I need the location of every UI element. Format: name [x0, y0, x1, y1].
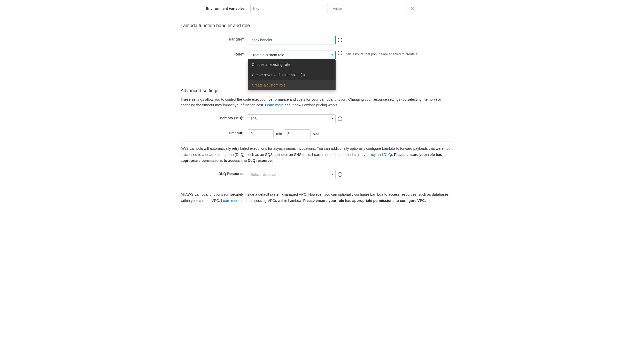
env-vars-close-button[interactable]: ✕ [409, 6, 415, 11]
role-info-icon: i [338, 51, 342, 55]
role-info-text: tab. Ensure that popups are enabled to c… [346, 51, 417, 56]
env-vars-label: Environment variables [181, 6, 248, 11]
dlq-description: AWS Lambda will automatically retry fail… [181, 146, 454, 167]
dropdown-item-custom-role[interactable]: Create a custom role [248, 80, 336, 90]
advanced-learn-more-link[interactable]: Learn more [265, 103, 284, 107]
role-select[interactable]: Create a custom role [248, 51, 336, 59]
timeout-min-input[interactable] [248, 129, 274, 138]
handler-input[interactable] [248, 36, 336, 44]
memory-info-icon: i [338, 116, 342, 121]
memory-selected-value: 128 [251, 117, 257, 121]
handler-info-icon: i [338, 38, 342, 42]
role-dropdown-menu: Choose an existing role Create new role … [248, 59, 336, 90]
env-key-input[interactable] [250, 4, 328, 13]
memory-label: Memory (MB)* [181, 114, 248, 120]
timeout-sec-input[interactable] [285, 129, 311, 138]
advanced-settings-description: These settings allow you to control the … [181, 93, 454, 111]
timeout-label: Timeout* [181, 129, 248, 135]
retry-policy-link[interactable]: retry policy [358, 153, 376, 157]
handler-role-section-title: Lambda function handler and role [181, 23, 454, 28]
timeout-sec-unit: sec [313, 132, 319, 136]
vpc-important-text: Please ensure your role has appropriate … [303, 199, 426, 203]
dlq-resource-label: DLQ Resource [181, 170, 248, 176]
handler-label: Handler* [181, 36, 248, 41]
memory-select[interactable]: 128 [248, 114, 336, 123]
dlq-resource-select[interactable]: Select resource [248, 170, 336, 179]
dlqs-link[interactable]: DLQs [384, 153, 393, 157]
dlq-info-icon: i [338, 172, 342, 177]
dlq-select-placeholder: Select resource [251, 172, 276, 177]
role-selected-value: Create a custom role [251, 53, 284, 57]
env-value-input[interactable] [330, 4, 407, 13]
vpc-learn-more-link[interactable]: Learn more [221, 199, 239, 203]
role-label: Role* [181, 51, 248, 56]
vpc-description: All AWS Lambda functions run securely in… [181, 192, 454, 204]
timeout-min-unit: min [276, 132, 282, 136]
dropdown-item-choose-existing[interactable]: Choose an existing role [248, 59, 336, 70]
dropdown-item-new-from-template[interactable]: Create new role from template(s) [248, 70, 336, 80]
